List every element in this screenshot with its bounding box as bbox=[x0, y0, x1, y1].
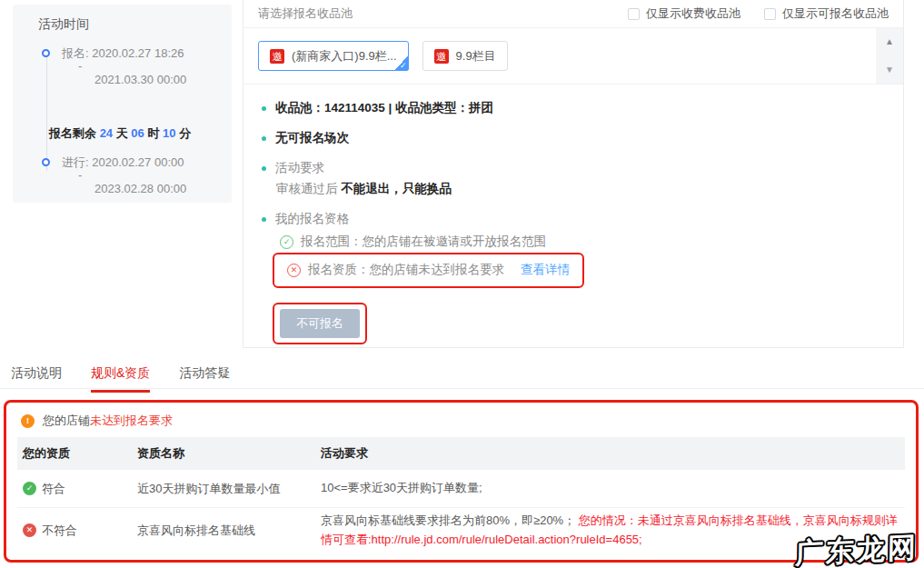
filter-paid-pools[interactable]: 仅显示收费收品池 bbox=[628, 5, 740, 22]
pool-info-text: 收品池：142114035 | 收品池类型：拼团 bbox=[275, 100, 493, 116]
pool-panel-header: 请选择报名收品池 仅显示收费收品池 仅显示可报名收品池 bbox=[243, 0, 903, 28]
status-label: 符合 bbox=[42, 481, 65, 497]
invite-badge: 邀 bbox=[434, 49, 449, 64]
pool-info-row: 收品池：142114035 | 收品池类型：拼团 bbox=[262, 100, 885, 116]
my-qualification-row: 我的报名资格 bbox=[262, 211, 885, 227]
signup-period: 报名: 2020.02.27 18:26 - 2021.03.30 00:00 bbox=[62, 45, 186, 87]
qualification-name: 近30天拼购订单数量最小值 bbox=[132, 481, 315, 497]
ongoing-label: 进行: bbox=[62, 155, 89, 169]
table-header-row: 您的资质 资质名称 活动要求 bbox=[17, 437, 905, 470]
countdown-days: 24 bbox=[100, 126, 113, 140]
pool-filters: 仅显示收费收品池 仅显示可报名收品池 bbox=[628, 5, 889, 22]
timeline-node-icon bbox=[42, 49, 50, 57]
date-separator: - bbox=[78, 170, 186, 181]
signup-countdown: 报名剩余 24 天 06 时 10 分 bbox=[49, 125, 191, 142]
pool-panel-title: 请选择报名收品池 bbox=[258, 5, 353, 22]
note-gray-part: 审核通过后 bbox=[276, 182, 341, 195]
applicable-pools-checkbox[interactable] bbox=[764, 8, 776, 20]
qualification-fail-annotation: ✕ 报名资质：您的店铺未达到报名要求 查看详情 bbox=[273, 253, 584, 288]
filter-applicable-pools[interactable]: 仅显示可报名收品池 bbox=[764, 5, 889, 22]
activity-requirement-row: 活动要求 bbox=[262, 160, 885, 176]
timeline-node-icon bbox=[42, 158, 50, 166]
signup-range-status: ✓ 报名范围：您的店铺在被邀请或开放报名范围 bbox=[280, 234, 885, 250]
site-watermark: 广东龙网 bbox=[795, 528, 919, 568]
scroll-up-icon[interactable]: ▲ bbox=[885, 37, 894, 46]
requirement-dark-part: 10<=要求近30天拼购订单数量; bbox=[321, 481, 482, 494]
tabs-divider bbox=[0, 388, 924, 389]
activity-time-panel: 活动时间 报名: 2020.02.27 18:26 - 2021.03.30 0… bbox=[13, 5, 232, 203]
date-separator: - bbox=[78, 61, 186, 72]
selected-check-icon: ✓ bbox=[400, 62, 407, 70]
signup-end: 2021.03.30 00:00 bbox=[94, 72, 186, 87]
check-circle-icon: ✓ bbox=[280, 235, 293, 249]
no-sessions-text: 无可报名场次 bbox=[275, 130, 349, 146]
header-activity-requirement: 活动要求 bbox=[315, 445, 905, 462]
pass-check-icon: ✓ bbox=[23, 482, 36, 495]
qualification-fail-text: 报名资质：您的店铺未达到报名要求 bbox=[308, 262, 504, 278]
header-qualification-name: 资质名称 bbox=[132, 445, 315, 462]
signup-start: 2020.02.27 18:26 bbox=[92, 46, 184, 60]
rules-section-annotation: ! 您的店铺未达到报名要求 您的资质 资质名称 活动要求 ✓ 符合 近30天拼购… bbox=[4, 400, 919, 563]
my-qualification-title: 我的报名资格 bbox=[275, 211, 349, 227]
qualification-warning: ! 您的店铺未达到报名要求 bbox=[6, 403, 916, 429]
fail-x-icon: ✕ bbox=[23, 523, 36, 537]
ongoing-start: 2020.02.27 00:00 bbox=[92, 155, 184, 169]
requirement-text: 10<=要求近30天拼购订单数量; bbox=[315, 475, 905, 501]
pool-tag-label: (新商家入口)9.9栏... bbox=[292, 48, 397, 65]
table-row: ✕ 不符合 京喜风向标排名基础线 京喜风向标基础线要求排名为前80%，即≥20%… bbox=[17, 508, 905, 553]
activity-time-title: 活动时间 bbox=[13, 5, 232, 33]
pool-tag-99-column[interactable]: 邀 9.9栏目 bbox=[422, 41, 508, 71]
timeline-connector bbox=[46, 55, 47, 171]
ongoing-period: 进行: 2020.02.27 00:00 - 2023.02.28 00:00 bbox=[62, 154, 186, 196]
status-label: 不符合 bbox=[42, 523, 77, 539]
view-detail-link[interactable]: 查看详情 bbox=[521, 262, 570, 278]
countdown-days-unit: 天 bbox=[116, 126, 128, 140]
countdown-minutes: 10 bbox=[163, 126, 175, 140]
bullet-dot-icon bbox=[262, 166, 266, 171]
activity-requirement-note: 审核通过后 不能退出，只能换品 bbox=[276, 181, 885, 197]
activity-requirement-title: 活动要求 bbox=[275, 160, 324, 176]
qualification-name: 京喜风向标排名基础线 bbox=[132, 523, 315, 539]
x-circle-icon: ✕ bbox=[287, 264, 301, 277]
countdown-hours: 06 bbox=[131, 126, 144, 140]
signup-label: 报名: bbox=[62, 46, 89, 60]
warning-highlight: 未达到报名要求 bbox=[90, 414, 173, 427]
pool-tag-label: 9.9栏目 bbox=[456, 48, 496, 65]
pool-tag-list: 邀 (新商家入口)9.9栏... ✓ 邀 9.9栏目 ▲ ▼ bbox=[243, 28, 903, 85]
qualification-table: 您的资质 资质名称 活动要求 ✓ 符合 近30天拼购订单数量最小值 10<=要求… bbox=[17, 437, 905, 553]
invite-badge: 邀 bbox=[270, 49, 284, 64]
no-sessions-row: 无可报名场次 bbox=[262, 130, 885, 146]
countdown-prefix: 报名剩余 bbox=[49, 126, 96, 140]
bullet-dot-icon bbox=[262, 106, 266, 111]
bullet-dot-icon bbox=[262, 217, 266, 222]
paid-pools-label: 仅显示收费收品池 bbox=[646, 5, 740, 22]
applicable-pools-label: 仅显示可报名收品池 bbox=[782, 5, 889, 22]
warning-icon: ! bbox=[21, 414, 35, 428]
row-status: ✓ 符合 bbox=[17, 481, 132, 497]
ongoing-end: 2023.02.28 00:00 bbox=[94, 181, 186, 196]
warning-prefix: 您的店铺 bbox=[43, 414, 90, 427]
header-your-qualification: 您的资质 bbox=[17, 445, 132, 462]
requirement-dark-part: 京喜风向标基础线要求排名为前80%，即≥20%； bbox=[321, 513, 575, 527]
note-bold-part: 不能退出，只能换品 bbox=[341, 182, 452, 195]
cannot-apply-button[interactable]: 不可报名 bbox=[280, 309, 360, 338]
table-row: ✓ 符合 近30天拼购订单数量最小值 10<=要求近30天拼购订单数量; bbox=[17, 470, 905, 508]
paid-pools-checkbox[interactable] bbox=[628, 8, 640, 20]
signup-range-text: 报名范围：您的店铺在被邀请或开放报名范围 bbox=[301, 234, 546, 250]
row-status: ✕ 不符合 bbox=[17, 523, 132, 539]
apply-button-annotation: 不可报名 bbox=[273, 303, 367, 344]
bullet-dot-icon bbox=[262, 136, 266, 141]
tag-scrollbar[interactable]: ▲ ▼ bbox=[876, 28, 903, 84]
countdown-hours-unit: 时 bbox=[147, 126, 159, 140]
countdown-minutes-unit: 分 bbox=[179, 126, 191, 140]
pool-detail-body: 收品池：142114035 | 收品池类型：拼团 无可报名场次 活动要求 审核通… bbox=[243, 85, 903, 344]
scroll-down-icon[interactable]: ▼ bbox=[885, 65, 894, 75]
qualification-fail-status: ✕ 报名资质：您的店铺未达到报名要求 查看详情 bbox=[287, 262, 570, 278]
pool-tag-new-merchant[interactable]: 邀 (新商家入口)9.9栏... ✓ bbox=[258, 41, 409, 71]
pool-selection-panel: 请选择报名收品池 仅显示收费收品池 仅显示可报名收品池 邀 (新商家入口)9.9… bbox=[243, 0, 904, 348]
